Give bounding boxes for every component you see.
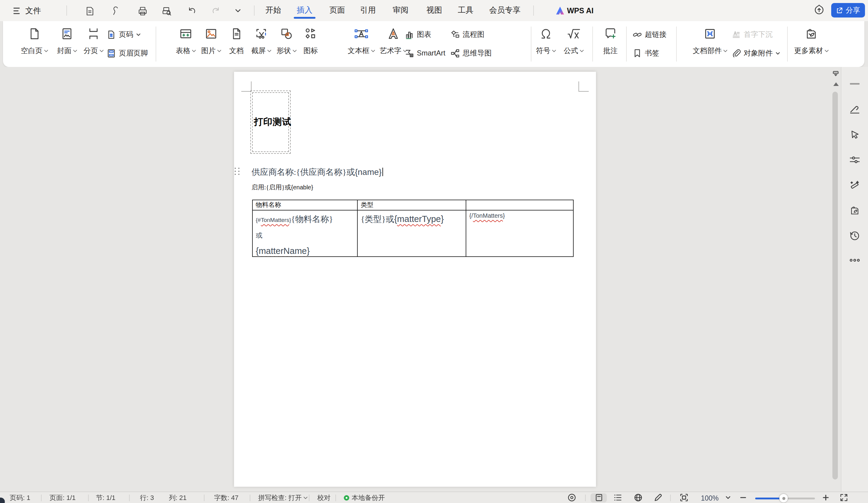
status-page-number[interactable]: 页码: 1 <box>10 492 30 503</box>
doc-parts-button[interactable]: 文档部件 <box>691 25 729 56</box>
tab-tools[interactable]: 工具 <box>458 0 474 20</box>
paragraph-drag-handle[interactable] <box>235 168 240 175</box>
more-assets-button[interactable]: 更多素材 <box>790 25 833 56</box>
status-local-backup[interactable]: 本地备份开 <box>344 492 385 503</box>
header-footer-button[interactable]: 页眉页脚 <box>107 46 148 60</box>
page-view-button[interactable] <box>595 494 603 502</box>
wps-ai-button[interactable]: WPS AI <box>556 0 593 21</box>
screenshot-button[interactable]: 截屏 <box>248 25 275 56</box>
picture-icon <box>205 27 218 40</box>
bookmark-button[interactable]: 书签 <box>633 46 659 60</box>
cell-closing-tag[interactable]: {/TonMatters} <box>466 210 574 256</box>
tab-view[interactable]: 视图 <box>426 0 442 20</box>
fit-page-button[interactable] <box>680 493 688 502</box>
magic-wand-icon[interactable] <box>849 179 861 191</box>
fullscreen-button[interactable] <box>840 494 848 502</box>
ink-pen-button[interactable] <box>654 493 662 502</box>
enable-line[interactable]: 启用:{启用}或{enable} <box>251 184 313 192</box>
collapse-dash-icon[interactable] <box>849 78 861 90</box>
hyperlink-icon <box>633 30 642 39</box>
zoom-in-button[interactable] <box>823 494 829 501</box>
object-attachment-button[interactable]: 对象附件 <box>732 46 780 60</box>
insert-picture-button[interactable]: 图片 <box>198 25 224 56</box>
cell-material[interactable]: {#TonMatters}{物料名称} 或 {matterName} <box>252 210 358 256</box>
blank-page-button[interactable]: 空白页 <box>18 25 51 56</box>
header-cell-material[interactable]: 物料名称 <box>252 200 358 210</box>
table-icon <box>179 27 193 40</box>
hyperlink-button[interactable]: 超链接 <box>633 28 666 41</box>
web-view-button[interactable] <box>634 493 642 502</box>
status-section[interactable]: 节: 1/1 <box>96 492 115 503</box>
flowchart-icon <box>451 30 459 39</box>
print-preview-button[interactable] <box>161 5 173 17</box>
status-spellcheck[interactable]: 拼写检查: 打开 <box>258 492 308 503</box>
ribbon-divider <box>531 27 531 62</box>
format-painter-button[interactable] <box>110 5 122 17</box>
page-number-button[interactable]: 页码 <box>107 28 141 41</box>
zoom-percentage[interactable]: 100% <box>701 492 719 503</box>
smartart-button[interactable]: SmartArt <box>405 46 445 60</box>
select-cursor-icon[interactable] <box>849 128 861 140</box>
scrollbar-thumb[interactable] <box>833 92 838 480</box>
tab-page[interactable]: 页面 <box>329 0 345 20</box>
chart-button[interactable]: 图表 <box>405 28 431 41</box>
status-page[interactable]: 页面: 1/1 <box>50 492 76 503</box>
cover-page-button[interactable]: 封面 <box>54 25 80 56</box>
title-textbox[interactable]: 打印测试 <box>250 91 291 154</box>
separator <box>254 6 255 16</box>
scroll-up-arrow[interactable] <box>833 82 839 86</box>
document-table[interactable]: 物料名称 类型 {#TonMatters}{物料名称} 或 {matterNam… <box>252 200 574 257</box>
drop-cap-button[interactable]: 首字下沉 <box>732 28 773 41</box>
main-menu-button[interactable] <box>13 0 22 21</box>
icons-icon <box>304 27 317 40</box>
scroll-nav-icon[interactable] <box>832 71 840 77</box>
textbox-icon <box>354 27 369 40</box>
formula-button[interactable]: 公式 <box>560 25 587 56</box>
icons-button[interactable]: 图标 <box>300 25 321 56</box>
tab-reference[interactable]: 引用 <box>360 0 376 20</box>
header-footer-icon <box>107 49 116 57</box>
save-button[interactable] <box>83 5 95 17</box>
header-cell-empty[interactable] <box>466 200 574 210</box>
assets-icon[interactable] <box>849 205 861 217</box>
status-column[interactable]: 列: 21 <box>169 492 187 503</box>
share-button[interactable]: 分享 <box>831 3 865 18</box>
page-break-button[interactable]: 分页 <box>80 25 107 56</box>
cell-type[interactable]: {类型}或{matterType} <box>358 210 466 256</box>
textbox-button[interactable]: 文本框 <box>344 25 378 56</box>
upload-cloud-button[interactable] <box>813 4 825 16</box>
flowchart-button[interactable]: 流程图 <box>451 28 484 41</box>
insert-table-button[interactable]: 表格 <box>173 25 199 56</box>
supplier-line[interactable]: 供应商名称:{供应商名称}或{name} <box>251 167 383 178</box>
shapes-button[interactable]: 形状 <box>273 25 300 56</box>
header-cell-type[interactable]: 类型 <box>358 200 466 210</box>
zoom-out-button[interactable] <box>740 494 746 501</box>
undo-button[interactable] <box>186 5 198 17</box>
outline-view-button[interactable] <box>613 494 622 502</box>
redo-button[interactable] <box>210 5 222 17</box>
print-button[interactable] <box>136 5 148 17</box>
symbol-button[interactable]: 符号 <box>533 25 559 56</box>
tab-membership[interactable]: 会员专享 <box>489 0 520 20</box>
zoom-dropdown[interactable] <box>726 496 731 499</box>
document-canvas[interactable]: 打印测试 供应商名称:{供应商名称}或{name} 启用:{启用}或{enabl… <box>0 67 841 492</box>
document-page[interactable]: 打印测试 供应商名称:{供应商名称}或{name} 启用:{启用}或{enabl… <box>234 72 596 487</box>
mindmap-button[interactable]: 思维导图 <box>451 46 492 60</box>
comment-button[interactable]: 批注 <box>600 25 621 56</box>
tab-home[interactable]: 开始 <box>266 0 281 20</box>
status-line[interactable]: 行: 3 <box>140 492 154 503</box>
quick-access-dropdown[interactable] <box>231 5 244 17</box>
settings-sliders-icon[interactable] <box>849 154 861 166</box>
status-proofread[interactable]: 校对 <box>317 492 331 503</box>
status-word-count[interactable]: 字数: 47 <box>214 492 239 503</box>
history-icon[interactable] <box>849 230 861 242</box>
tab-review[interactable]: 审阅 <box>393 0 409 20</box>
vertical-scrollbar[interactable] <box>830 67 841 492</box>
zoom-slider-thumb[interactable] <box>779 494 788 502</box>
pen-edit-icon[interactable] <box>849 103 861 115</box>
reading-mode-icon[interactable] <box>567 493 576 502</box>
file-menu[interactable]: 文件 <box>25 0 41 21</box>
insert-document-button[interactable]: 文档 <box>226 25 247 56</box>
more-options-icon[interactable] <box>849 254 861 266</box>
page-number-icon <box>107 30 116 39</box>
